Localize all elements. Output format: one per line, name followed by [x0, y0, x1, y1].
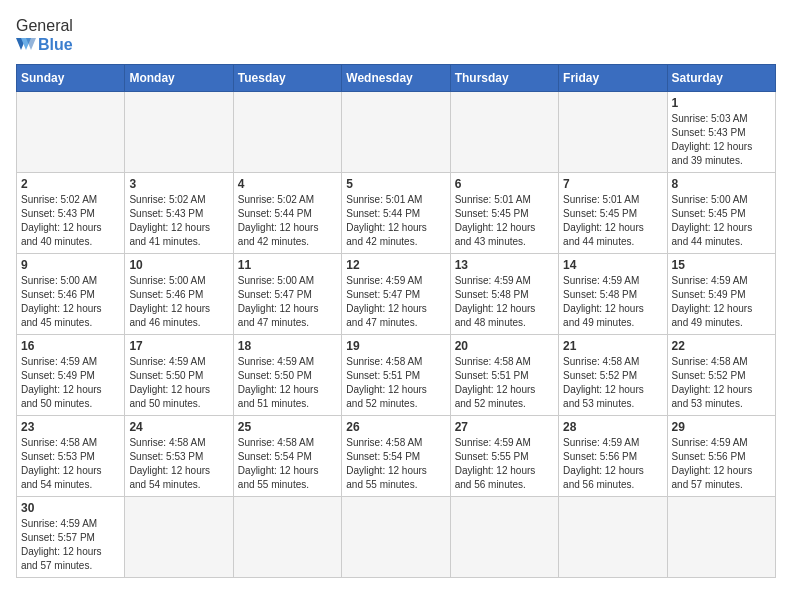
- calendar-cell: 28Sunrise: 4:59 AM Sunset: 5:56 PM Dayli…: [559, 416, 667, 497]
- calendar-week-row: 1Sunrise: 5:03 AM Sunset: 5:43 PM Daylig…: [17, 92, 776, 173]
- calendar-cell: 24Sunrise: 4:58 AM Sunset: 5:53 PM Dayli…: [125, 416, 233, 497]
- calendar-cell: 15Sunrise: 4:59 AM Sunset: 5:49 PM Dayli…: [667, 254, 775, 335]
- day-info: Sunrise: 4:58 AM Sunset: 5:52 PM Dayligh…: [672, 355, 771, 411]
- day-info: Sunrise: 4:58 AM Sunset: 5:52 PM Dayligh…: [563, 355, 662, 411]
- day-header-friday: Friday: [559, 65, 667, 92]
- day-info: Sunrise: 4:59 AM Sunset: 5:57 PM Dayligh…: [21, 517, 120, 573]
- day-info: Sunrise: 4:59 AM Sunset: 5:50 PM Dayligh…: [238, 355, 337, 411]
- day-info: Sunrise: 4:59 AM Sunset: 5:50 PM Dayligh…: [129, 355, 228, 411]
- day-header-saturday: Saturday: [667, 65, 775, 92]
- calendar-week-row: 9Sunrise: 5:00 AM Sunset: 5:46 PM Daylig…: [17, 254, 776, 335]
- day-number: 2: [21, 177, 120, 191]
- day-number: 8: [672, 177, 771, 191]
- calendar-cell: [342, 92, 450, 173]
- day-info: Sunrise: 5:01 AM Sunset: 5:44 PM Dayligh…: [346, 193, 445, 249]
- calendar-cell: 8Sunrise: 5:00 AM Sunset: 5:45 PM Daylig…: [667, 173, 775, 254]
- day-number: 21: [563, 339, 662, 353]
- day-header-monday: Monday: [125, 65, 233, 92]
- day-info: Sunrise: 4:59 AM Sunset: 5:49 PM Dayligh…: [672, 274, 771, 330]
- calendar-cell: [559, 497, 667, 578]
- day-number: 24: [129, 420, 228, 434]
- calendar-cell: 29Sunrise: 4:59 AM Sunset: 5:56 PM Dayli…: [667, 416, 775, 497]
- calendar-week-row: 23Sunrise: 4:58 AM Sunset: 5:53 PM Dayli…: [17, 416, 776, 497]
- calendar-cell: 20Sunrise: 4:58 AM Sunset: 5:51 PM Dayli…: [450, 335, 558, 416]
- calendar-cell: 5Sunrise: 5:01 AM Sunset: 5:44 PM Daylig…: [342, 173, 450, 254]
- day-number: 6: [455, 177, 554, 191]
- day-number: 29: [672, 420, 771, 434]
- day-info: Sunrise: 4:59 AM Sunset: 5:48 PM Dayligh…: [563, 274, 662, 330]
- day-info: Sunrise: 4:58 AM Sunset: 5:54 PM Dayligh…: [238, 436, 337, 492]
- day-number: 15: [672, 258, 771, 272]
- calendar-cell: [450, 497, 558, 578]
- day-info: Sunrise: 5:02 AM Sunset: 5:43 PM Dayligh…: [129, 193, 228, 249]
- day-number: 14: [563, 258, 662, 272]
- day-info: Sunrise: 5:00 AM Sunset: 5:47 PM Dayligh…: [238, 274, 337, 330]
- calendar-cell: [233, 497, 341, 578]
- calendar-week-row: 2Sunrise: 5:02 AM Sunset: 5:43 PM Daylig…: [17, 173, 776, 254]
- logo-blue-text: Blue: [38, 35, 73, 54]
- day-header-tuesday: Tuesday: [233, 65, 341, 92]
- calendar-cell: 1Sunrise: 5:03 AM Sunset: 5:43 PM Daylig…: [667, 92, 775, 173]
- day-number: 16: [21, 339, 120, 353]
- calendar-cell: 14Sunrise: 4:59 AM Sunset: 5:48 PM Dayli…: [559, 254, 667, 335]
- calendar-cell: [667, 497, 775, 578]
- day-info: Sunrise: 5:00 AM Sunset: 5:46 PM Dayligh…: [129, 274, 228, 330]
- calendar-cell: [342, 497, 450, 578]
- day-number: 30: [21, 501, 120, 515]
- day-info: Sunrise: 4:58 AM Sunset: 5:53 PM Dayligh…: [129, 436, 228, 492]
- day-number: 19: [346, 339, 445, 353]
- calendar-cell: 7Sunrise: 5:01 AM Sunset: 5:45 PM Daylig…: [559, 173, 667, 254]
- calendar-cell: 18Sunrise: 4:59 AM Sunset: 5:50 PM Dayli…: [233, 335, 341, 416]
- calendar-header-row: SundayMondayTuesdayWednesdayThursdayFrid…: [17, 65, 776, 92]
- day-info: Sunrise: 5:01 AM Sunset: 5:45 PM Dayligh…: [563, 193, 662, 249]
- calendar-week-row: 30Sunrise: 4:59 AM Sunset: 5:57 PM Dayli…: [17, 497, 776, 578]
- calendar-cell: [450, 92, 558, 173]
- day-number: 25: [238, 420, 337, 434]
- calendar-cell: [125, 497, 233, 578]
- day-number: 3: [129, 177, 228, 191]
- calendar-cell: 6Sunrise: 5:01 AM Sunset: 5:45 PM Daylig…: [450, 173, 558, 254]
- day-number: 23: [21, 420, 120, 434]
- logo-general-text: General: [16, 16, 73, 35]
- calendar-cell: [125, 92, 233, 173]
- logo-triangle-icon: [16, 38, 36, 52]
- day-number: 4: [238, 177, 337, 191]
- calendar-cell: 9Sunrise: 5:00 AM Sunset: 5:46 PM Daylig…: [17, 254, 125, 335]
- calendar-cell: [233, 92, 341, 173]
- day-info: Sunrise: 4:59 AM Sunset: 5:55 PM Dayligh…: [455, 436, 554, 492]
- logo-container: General Blue: [16, 16, 73, 54]
- day-number: 17: [129, 339, 228, 353]
- day-info: Sunrise: 4:59 AM Sunset: 5:56 PM Dayligh…: [672, 436, 771, 492]
- day-info: Sunrise: 4:59 AM Sunset: 5:48 PM Dayligh…: [455, 274, 554, 330]
- day-header-sunday: Sunday: [17, 65, 125, 92]
- calendar-cell: 3Sunrise: 5:02 AM Sunset: 5:43 PM Daylig…: [125, 173, 233, 254]
- day-info: Sunrise: 4:58 AM Sunset: 5:54 PM Dayligh…: [346, 436, 445, 492]
- day-number: 12: [346, 258, 445, 272]
- calendar-cell: 27Sunrise: 4:59 AM Sunset: 5:55 PM Dayli…: [450, 416, 558, 497]
- calendar-cell: [559, 92, 667, 173]
- calendar-cell: 11Sunrise: 5:00 AM Sunset: 5:47 PM Dayli…: [233, 254, 341, 335]
- day-number: 13: [455, 258, 554, 272]
- calendar-table: SundayMondayTuesdayWednesdayThursdayFrid…: [16, 64, 776, 578]
- day-header-thursday: Thursday: [450, 65, 558, 92]
- day-number: 11: [238, 258, 337, 272]
- day-info: Sunrise: 5:03 AM Sunset: 5:43 PM Dayligh…: [672, 112, 771, 168]
- calendar-cell: 26Sunrise: 4:58 AM Sunset: 5:54 PM Dayli…: [342, 416, 450, 497]
- calendar-week-row: 16Sunrise: 4:59 AM Sunset: 5:49 PM Dayli…: [17, 335, 776, 416]
- calendar-cell: 10Sunrise: 5:00 AM Sunset: 5:46 PM Dayli…: [125, 254, 233, 335]
- day-info: Sunrise: 4:59 AM Sunset: 5:56 PM Dayligh…: [563, 436, 662, 492]
- day-number: 26: [346, 420, 445, 434]
- day-info: Sunrise: 4:58 AM Sunset: 5:53 PM Dayligh…: [21, 436, 120, 492]
- day-info: Sunrise: 5:00 AM Sunset: 5:45 PM Dayligh…: [672, 193, 771, 249]
- day-number: 10: [129, 258, 228, 272]
- calendar-cell: 30Sunrise: 4:59 AM Sunset: 5:57 PM Dayli…: [17, 497, 125, 578]
- calendar-cell: 19Sunrise: 4:58 AM Sunset: 5:51 PM Dayli…: [342, 335, 450, 416]
- day-info: Sunrise: 4:59 AM Sunset: 5:49 PM Dayligh…: [21, 355, 120, 411]
- calendar-cell: 21Sunrise: 4:58 AM Sunset: 5:52 PM Dayli…: [559, 335, 667, 416]
- day-number: 9: [21, 258, 120, 272]
- day-number: 18: [238, 339, 337, 353]
- logo: General Blue: [16, 16, 73, 54]
- day-header-wednesday: Wednesday: [342, 65, 450, 92]
- calendar-cell: 23Sunrise: 4:58 AM Sunset: 5:53 PM Dayli…: [17, 416, 125, 497]
- calendar-cell: [17, 92, 125, 173]
